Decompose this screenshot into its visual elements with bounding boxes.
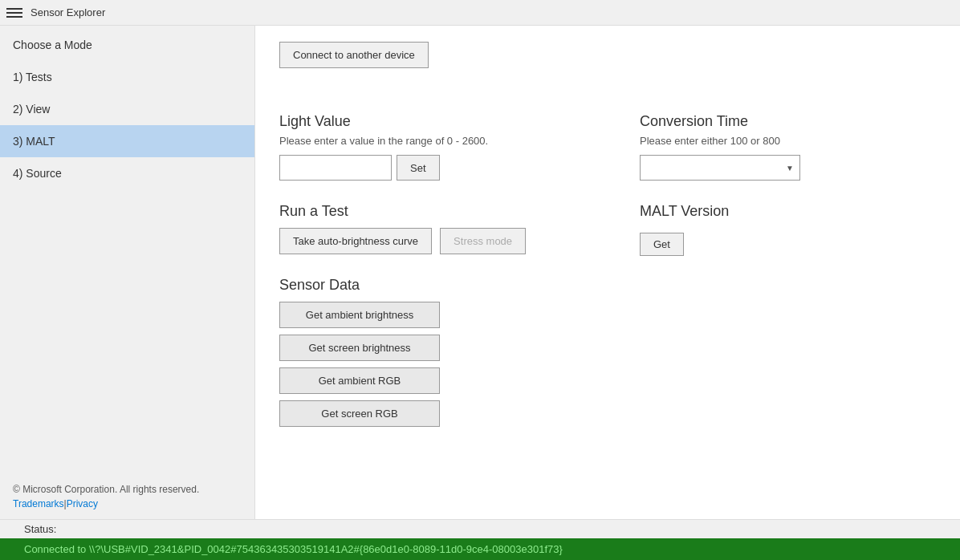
app-title: Sensor Explorer	[31, 6, 105, 18]
sidebar-item-view[interactable]: 2) View	[0, 93, 254, 125]
sidebar-item-source[interactable]: 4) Source	[0, 157, 254, 189]
right-col: MALT Version Get	[640, 203, 936, 443]
status-connected: Connected to \\?\USB#VID_2341&PID_0042#7…	[0, 538, 960, 560]
run-test-label: Run a Test	[279, 203, 576, 220]
conversion-time-label: Conversion Time	[640, 113, 936, 130]
stress-mode-button[interactable]: Stress mode	[440, 228, 526, 254]
get-ambient-brightness-button[interactable]: Get ambient brightness	[279, 302, 440, 328]
copyright-text: © Microsoft Corporation. All rights rese…	[13, 484, 242, 495]
sensor-buttons: Get ambient brightness Get screen bright…	[279, 302, 440, 427]
conversion-time-desc: Please enter either 100 or 800	[640, 135, 936, 147]
light-value-section: Light Value Please enter a value in the …	[279, 113, 576, 181]
sidebar-item-malt[interactable]: 3) MALT	[0, 125, 254, 157]
conversion-time-select[interactable]: 100 800	[640, 155, 800, 181]
app-body: Choose a Mode 1) Tests 2) View 3) MALT 4…	[0, 26, 960, 519]
run-test-section: Run a Test Take auto-brightness curve St…	[279, 203, 576, 254]
sensor-data-label: Sensor Data	[279, 277, 576, 294]
top-row: Light Value Please enter a value in the …	[279, 113, 936, 181]
get-screen-brightness-button[interactable]: Get screen brightness	[279, 335, 440, 361]
get-screen-rgb-button[interactable]: Get screen RGB	[279, 400, 440, 427]
malt-version-label: MALT Version	[640, 203, 936, 220]
conversion-time-select-wrapper: 100 800 ▼	[640, 155, 800, 181]
conversion-time-section: Conversion Time Please enter either 100 …	[640, 113, 936, 181]
light-value-input[interactable]	[279, 155, 392, 181]
run-test-buttons: Take auto-brightness curve Stress mode	[279, 228, 576, 254]
get-version-button[interactable]: Get	[640, 233, 684, 256]
sidebar: Choose a Mode 1) Tests 2) View 3) MALT 4…	[0, 26, 255, 519]
menu-icon[interactable]	[6, 5, 22, 21]
middle-row: Run a Test Take auto-brightness curve St…	[279, 203, 936, 443]
light-value-input-row: Set	[279, 155, 576, 181]
trademarks-link[interactable]: Trademarks	[13, 498, 64, 509]
status-label: Status:	[24, 523, 56, 535]
take-auto-brightness-button[interactable]: Take auto-brightness curve	[279, 228, 432, 254]
get-ambient-rgb-button[interactable]: Get ambient RGB	[279, 367, 440, 394]
bottom-area: Status: Connected to \\?\USB#VID_2341&PI…	[0, 519, 960, 560]
light-value-label: Light Value	[279, 113, 576, 130]
privacy-link[interactable]: Privacy	[67, 498, 98, 509]
status-bar: Status:	[0, 519, 960, 538]
set-button[interactable]: Set	[397, 155, 440, 181]
sensor-data-section: Sensor Data Get ambient brightness Get s…	[279, 277, 576, 427]
left-col: Run a Test Take auto-brightness curve St…	[279, 203, 576, 443]
light-value-desc: Please enter a value in the range of 0 -…	[279, 135, 576, 147]
main-content: Connect to another device Light Value Pl…	[255, 26, 960, 519]
sidebar-title: Choose a Mode	[0, 26, 254, 61]
connect-button[interactable]: Connect to another device	[279, 42, 429, 68]
title-bar: Sensor Explorer	[0, 0, 960, 26]
sidebar-item-tests[interactable]: 1) Tests	[0, 61, 254, 93]
malt-version-section: MALT Version Get	[640, 203, 936, 256]
sidebar-footer: © Microsoft Corporation. All rights rese…	[0, 474, 254, 519]
